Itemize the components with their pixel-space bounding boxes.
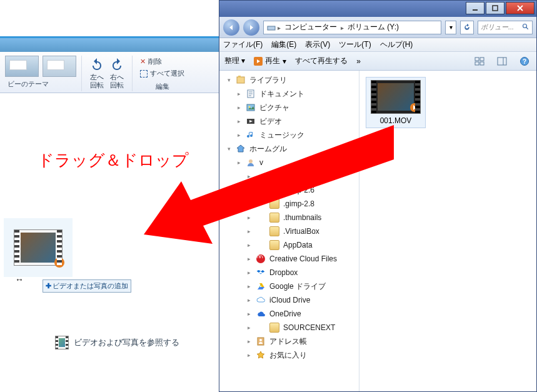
tree-item[interactable]: ▸お気に入り <box>219 348 359 362</box>
forward-button[interactable] <box>243 19 259 36</box>
close-button[interactable] <box>506 2 534 14</box>
menu-help[interactable]: ヘルプ(H) <box>380 39 413 50</box>
tree-item[interactable]: ▸ビデオ <box>219 114 359 128</box>
tree-label: v <box>259 158 263 167</box>
delete-button[interactable]: ✕ 削除 <box>138 56 164 68</box>
tree-item[interactable]: ▸OneDrive <box>219 307 359 321</box>
maximize-button[interactable] <box>486 2 504 14</box>
drop-zone[interactable]: ↔ <box>4 218 73 277</box>
address-dropdown[interactable]: ▾ <box>445 21 456 34</box>
film-icon <box>55 336 69 349</box>
menu-edit[interactable]: 編集(E) <box>271 39 296 50</box>
tree-label: .thumbnails <box>283 213 321 222</box>
svg-point-3 <box>523 24 527 28</box>
tree-item[interactable]: ▸AppData <box>219 238 359 252</box>
tree-label: .gimp-2.6 <box>283 186 314 194</box>
resize-handle-icon[interactable]: ↔ <box>15 274 24 284</box>
video-thumbnail-icon <box>371 80 421 114</box>
svg-rect-13 <box>238 76 241 78</box>
pic-icon <box>246 103 256 113</box>
folder-icon <box>256 171 266 181</box>
themes-label: ビーのテーマ <box>5 79 76 89</box>
icloud-icon <box>256 295 266 305</box>
explorer-titlebar[interactable] <box>219 1 536 17</box>
play-button[interactable]: 再生 ▾ <box>254 56 286 66</box>
select-all-icon <box>140 70 148 78</box>
back-button[interactable] <box>223 19 239 36</box>
tree-item[interactable]: ▾ライブラリ <box>219 73 359 87</box>
edit-group-label: 編集 <box>156 82 169 91</box>
menu-tool[interactable]: ツール(T) <box>339 39 371 50</box>
tree-item[interactable]: ▸.android <box>219 169 359 183</box>
breadcrumb-volume: ボリューム (Y:) <box>345 22 401 33</box>
tree-item[interactable]: ▸iCloud Drive <box>219 293 359 307</box>
tree-item[interactable]: ▸Dropbox <box>219 266 359 279</box>
toolbar-overflow[interactable]: » <box>356 57 361 66</box>
editor-canvas[interactable]: ドラッグ＆ドロップ ↔ ✚ ビデオまたは写真の追加 ビデオおよび写真を参照する <box>0 93 219 381</box>
tree-item[interactable]: ▸ドキュメント <box>219 87 359 101</box>
toolbar: 整理 ▾ 再生 ▾ すべて再生する » ? <box>219 52 536 71</box>
tree-item[interactable]: ▾ホームグル <box>219 142 359 156</box>
select-all-button[interactable]: すべて選択 <box>138 68 187 79</box>
tree-item[interactable]: ▸Google ドライブ <box>219 279 359 293</box>
doc-icon <box>246 89 256 99</box>
tree-label: Google ドライブ <box>269 281 326 292</box>
file-pane[interactable]: 001.MOV <box>359 71 536 391</box>
svg-rect-12 <box>237 77 244 83</box>
refresh-button[interactable] <box>460 21 474 34</box>
tree-item[interactable]: ▸.gimp-2.6 <box>219 183 359 197</box>
rotate-left-button[interactable]: 左へ 回転 <box>87 56 107 90</box>
star-icon <box>256 350 266 360</box>
folder-icon <box>256 323 266 333</box>
tree-item[interactable]: ▸v <box>219 156 359 169</box>
tree-item[interactable]: ▸ピクチャ <box>219 101 359 114</box>
view-options-button[interactable] <box>473 55 486 68</box>
gdrive-icon <box>256 281 266 291</box>
tree-item[interactable]: ▸SOURCENEXT <box>219 321 359 334</box>
editor-titlebar[interactable] <box>0 38 219 52</box>
search-input[interactable]: ボリュー... <box>478 21 533 34</box>
nav-tree[interactable]: ▾ライブラリ▸ドキュメント▸ピクチャ▸ビデオ▸ミュージック▾ホームグル▸v▸.a… <box>219 71 359 391</box>
tree-item[interactable]: ▸.VirtualBox <box>219 224 359 238</box>
tree-label: iCloud Drive <box>269 296 310 304</box>
theme-thumb[interactable] <box>5 56 39 77</box>
organize-button[interactable]: 整理 ▾ <box>224 56 245 66</box>
tree-item[interactable]: ▸.thumbnails <box>219 211 359 224</box>
minimize-button[interactable] <box>466 2 484 14</box>
preview-pane-button[interactable] <box>495 55 509 68</box>
music-icon <box>246 130 256 140</box>
menu-bar: ファイル(F) 編集(E) 表示(V) ツール(T) ヘルプ(H) <box>219 38 536 52</box>
menu-view[interactable]: 表示(V) <box>305 39 330 50</box>
address-bar[interactable]: コンピューター ボリューム (Y:) <box>263 21 441 34</box>
file-item[interactable]: 001.MOV <box>366 77 426 128</box>
explorer-window: コンピューター ボリューム (Y:) ▾ ボリュー... ファイル(F) 編集(… <box>219 0 537 392</box>
play-all-button[interactable]: すべて再生する <box>295 56 348 66</box>
svg-text:?: ? <box>523 58 526 65</box>
rotate-right-button[interactable]: 右へ 回転 <box>107 56 127 90</box>
tree-item[interactable]: ▸ミュージック <box>219 128 359 142</box>
svg-rect-7 <box>480 62 484 65</box>
svg-rect-0 <box>473 9 478 11</box>
rotate-right-icon <box>109 57 124 72</box>
tree-item[interactable]: ▸.gimp-2.8 <box>219 197 359 211</box>
menu-file[interactable]: ファイル(F) <box>223 39 263 50</box>
search-icon <box>522 23 529 32</box>
theme-thumb[interactable] <box>43 56 76 77</box>
tree-label: ミュージック <box>259 130 304 141</box>
svg-rect-1 <box>493 6 498 11</box>
folder-icon <box>256 226 266 236</box>
tree-item[interactable]: ▸アドレス帳 <box>219 334 359 348</box>
help-button[interactable]: ? <box>518 55 531 68</box>
tree-item[interactable]: ▸Creative Cloud Files <box>219 252 359 266</box>
tree-label: AppData <box>283 241 313 249</box>
tree-label: SOURCENEXT <box>283 323 335 332</box>
svg-point-21 <box>259 339 262 341</box>
nav-bar: コンピューター ボリューム (Y:) ▾ ボリュー... <box>219 17 536 38</box>
svg-rect-8 <box>498 58 506 65</box>
folder-icon <box>256 213 266 223</box>
svg-point-18 <box>249 159 253 163</box>
browse-hint[interactable]: ビデオおよび写真を参照する <box>55 336 179 349</box>
play-icon <box>254 57 263 66</box>
user-icon <box>246 158 256 168</box>
tree-label: .android <box>283 172 310 181</box>
